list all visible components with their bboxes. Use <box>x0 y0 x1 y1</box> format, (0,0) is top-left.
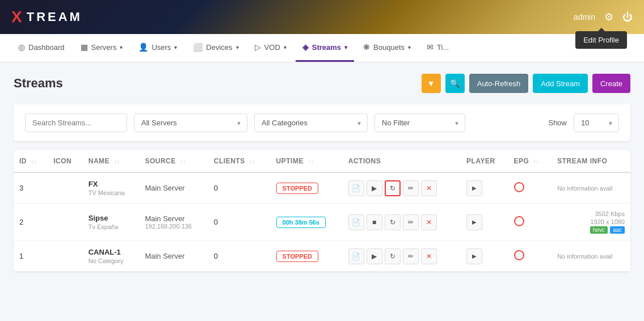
status-badge: STOPPED <box>276 183 318 194</box>
chevron-down-icon: ▾ <box>284 44 287 50</box>
nav-label-vod: VOD <box>264 43 280 52</box>
admin-username: admin <box>574 12 595 22</box>
search-input[interactable] <box>25 113 127 132</box>
player-button[interactable]: ▶ <box>466 248 482 264</box>
no-filter-select[interactable]: No Filter <box>374 113 465 132</box>
stream-info-detail: 3502 Kbps 1920 x 1080 hevc aac <box>557 210 625 234</box>
logo: XTREAM <box>11 8 82 26</box>
stream-sub: TV Mexicana <box>89 189 134 196</box>
action-restart-button[interactable]: ↻ <box>385 248 401 264</box>
streams-table: ID ↑↓ ICON NAME ↑↓ SOURCE ↑↓ CLIENTS ↑↓ … <box>14 150 630 272</box>
cell-player: ▶ <box>461 241 508 272</box>
devices-icon: ⬜ <box>193 43 203 52</box>
auto-refresh-button[interactable]: Auto-Refresh <box>469 74 529 93</box>
cell-icon <box>48 204 83 241</box>
sidebar-item-vod[interactable]: ▷ VOD ▾ <box>248 34 293 62</box>
col-epg[interactable]: EPG ↑↓ <box>508 150 552 172</box>
stream-info-text: No information avail <box>557 253 612 260</box>
dashboard-icon: ◎ <box>18 43 25 52</box>
action-delete-button[interactable]: ✕ <box>421 214 437 230</box>
show-count-select[interactable]: 10 25 50 100 <box>574 113 619 132</box>
stream-kbps: 3502 Kbps <box>595 210 625 217</box>
server-name: Main Server <box>145 252 202 260</box>
col-clients[interactable]: CLIENTS ↑↓ <box>208 150 271 172</box>
action-restart-button[interactable]: ↻ <box>385 180 401 196</box>
add-stream-button[interactable]: Add Stream <box>533 74 588 93</box>
vod-icon: ▷ <box>255 43 261 52</box>
sidebar-item-streams[interactable]: ◈ Streams ▾ <box>296 34 354 62</box>
sidebar-item-tickets[interactable]: ✉ Ti... <box>420 34 456 62</box>
cell-stream-info: No information avail <box>552 172 630 204</box>
filter-button[interactable]: ▼ <box>422 74 441 93</box>
stream-name: CANAL-1 <box>89 248 134 256</box>
action-file-button[interactable]: 📄 <box>348 180 364 196</box>
col-icon: ICON <box>48 150 83 172</box>
search-button[interactable]: 🔍 <box>445 74 465 93</box>
col-id[interactable]: ID ↑↓ <box>14 150 48 172</box>
logo-x: X <box>11 8 24 26</box>
server-name: Main Server <box>145 184 202 192</box>
server-ip: 192.168.200.136 <box>145 223 202 230</box>
show-label: Show <box>548 119 567 127</box>
chevron-down-icon: ▾ <box>408 44 411 50</box>
action-file-button[interactable]: 📄 <box>348 248 364 264</box>
cell-source: Main Server <box>139 172 208 204</box>
player-button[interactable]: ▶ <box>466 180 482 196</box>
page-actions: ▼ 🔍 Auto-Refresh Add Stream Create <box>422 74 630 93</box>
categories-filter[interactable]: All Categories <box>254 113 368 132</box>
power-icon[interactable]: ⏻ <box>622 11 633 23</box>
action-restart-button[interactable]: ↻ <box>385 214 401 230</box>
sidebar-item-dashboard[interactable]: ◎ Dashboard <box>11 34 71 62</box>
action-edit-button[interactable]: ✏ <box>403 248 419 264</box>
cell-id: 1 <box>14 241 48 272</box>
cell-name: Sipse Tv España <box>83 204 140 241</box>
stream-resolution: 1920 x 1080 <box>590 218 625 225</box>
servers-filter-wrapper: All Servers Main Server <box>134 113 247 132</box>
action-delete-button[interactable]: ✕ <box>421 180 437 196</box>
col-source[interactable]: SOURCE ↑↓ <box>139 150 208 172</box>
stream-info-text: No information avail <box>557 185 612 192</box>
chevron-down-icon: ▾ <box>344 44 347 50</box>
sidebar-item-devices[interactable]: ⬜ Devices ▾ <box>186 34 245 62</box>
action-edit-button[interactable]: ✏ <box>403 214 419 230</box>
cell-actions: 📄 ▶ ↻ ✏ ✕ <box>343 241 461 272</box>
gear-icon[interactable]: ⚙ <box>604 11 613 23</box>
cell-actions: 📄 ■ ↻ ✏ ✕ <box>343 204 461 241</box>
action-delete-button[interactable]: ✕ <box>421 248 437 264</box>
col-uptime[interactable]: UPTIME ↑↓ <box>271 150 343 172</box>
logo-rest: TREAM <box>27 10 82 24</box>
stream-sub: No Category <box>89 257 134 264</box>
action-play-button[interactable]: ▶ <box>367 248 382 264</box>
cell-stream-info: 3502 Kbps 1920 x 1080 hevc aac <box>552 204 630 241</box>
col-actions: ACTIONS <box>343 150 461 172</box>
epg-circle <box>514 216 524 226</box>
cell-id: 2 <box>14 204 48 241</box>
header-right: admin ⚙ ⏻ <box>574 11 633 23</box>
cell-id: 3 <box>14 172 48 204</box>
col-name[interactable]: NAME ↑↓ <box>83 150 140 172</box>
servers-filter[interactable]: All Servers Main Server <box>134 113 247 132</box>
nav-label-dashboard: Dashboard <box>28 43 65 52</box>
player-button[interactable]: ▶ <box>466 214 482 230</box>
nav-label-bouquets: Bouquets <box>373 43 405 52</box>
sidebar-item-servers[interactable]: ▦ Servers ▾ <box>74 34 130 62</box>
navbar: ◎ Dashboard ▦ Servers ▾ 👤 Users ▾ ⬜ Devi… <box>0 34 644 62</box>
sidebar-item-bouquets[interactable]: ❋ Bouquets ▾ <box>356 34 418 62</box>
cell-clients: 0 <box>208 172 271 204</box>
action-play-button[interactable]: ▶ <box>367 180 382 196</box>
status-badge: 00h 38m 56s <box>276 217 326 228</box>
streams-icon: ◈ <box>302 43 309 52</box>
sidebar-item-users[interactable]: 👤 Users ▾ <box>132 34 184 62</box>
action-edit-button[interactable]: ✏ <box>403 180 419 196</box>
chevron-down-icon: ▾ <box>236 44 239 50</box>
cell-source: Main Server <box>139 241 208 272</box>
show-count-wrapper: 10 25 50 100 <box>574 113 619 132</box>
cell-icon <box>48 172 83 204</box>
action-file-button[interactable]: 📄 <box>348 214 364 230</box>
cell-clients: 0 <box>208 241 271 272</box>
action-stop-button[interactable]: ■ <box>367 214 382 230</box>
cell-source: Main Server 192.168.200.136 <box>139 204 208 241</box>
create-button[interactable]: Create <box>592 74 630 93</box>
cell-epg <box>508 241 552 272</box>
stream-codec-badges: hevc aac <box>590 226 625 234</box>
